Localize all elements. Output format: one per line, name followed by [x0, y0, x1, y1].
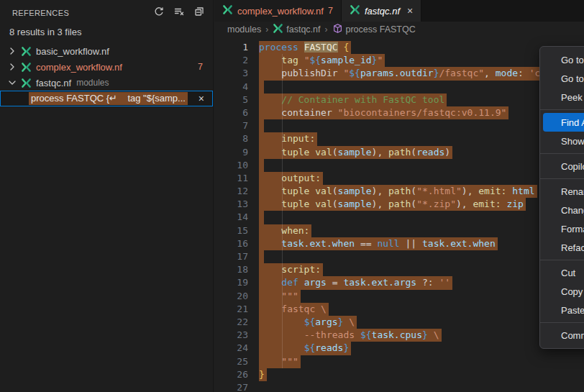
- code-line: 14: [214, 211, 584, 224]
- nextflow-icon: [19, 78, 33, 88]
- menu-item-find-all-references[interactable]: Find All References⇧⌥F12: [543, 113, 584, 132]
- code-token: ,: [484, 68, 496, 78]
- line-number: 16: [214, 237, 248, 250]
- code-token: [259, 225, 281, 236]
- code-token: sample_id: [321, 55, 371, 65]
- breadcrumb-label: process FASTQC: [346, 24, 416, 35]
- editor-tab-complex_workflow-nf[interactable]: complex_workflow.nf7: [214, 0, 342, 22]
- tree-item-complex_workflow-nf[interactable]: complex_workflow.nf7: [0, 59, 213, 75]
- code-line: 3 publishDir "${params.outdir}/fastqc", …: [214, 67, 584, 80]
- collapse-all-button[interactable]: [191, 5, 207, 21]
- menu-item-format-document[interactable]: Format Document⇧⌥F: [543, 219, 584, 238]
- line-content: script:: [248, 263, 323, 276]
- menu-item-go-to-definition[interactable]: Go to Definition⌘F12: [543, 50, 584, 69]
- code-token: params.outdir: [360, 68, 434, 78]
- references-sidebar: REFERENCES 8 results in 3 files basic_wo…: [0, 0, 214, 392]
- code-token: [259, 94, 281, 105]
- line-content: [248, 119, 264, 132]
- clear-all-button[interactable]: [171, 5, 187, 21]
- vscode-window: REFERENCES 8 results in 3 files basic_wo…: [0, 0, 584, 392]
- line-number: 20: [214, 290, 248, 303]
- chevron-down-icon[interactable]: [6, 77, 19, 88]
- line-content: tuple val(sample), path("*.html"), emit:…: [248, 185, 537, 198]
- tab-close-icon[interactable]: ×: [407, 5, 413, 17]
- code-token: [259, 186, 281, 196]
- line-content: input:: [248, 132, 317, 145]
- menu-separator: [540, 322, 584, 323]
- code-token: args: [304, 277, 327, 288]
- code-token: when:: [281, 225, 309, 236]
- file-label: complex_workflow.nf: [36, 62, 122, 73]
- reference-result-text: process FASTQC {↵ tag "${samp...: [29, 92, 188, 105]
- line-number: 9: [214, 146, 248, 159]
- line-number: 5: [214, 94, 248, 106]
- menu-item-copy[interactable]: Copy: [543, 282, 584, 301]
- menu-item-command-palette[interactable]: Command Palette...⇧⌘P: [543, 326, 584, 345]
- indent-guide: [282, 54, 283, 368]
- code-token: ==: [355, 238, 377, 249]
- chevron-right-icon[interactable]: [6, 45, 19, 57]
- menu-item-refactor[interactable]: Refactor...^⇧R: [543, 238, 584, 257]
- dismiss-reference-icon[interactable]: ×: [199, 93, 204, 104]
- menu-item-label: Copy: [561, 286, 584, 297]
- menu-item-rename-symbol[interactable]: Rename SymbolF2: [543, 182, 584, 201]
- code-token: task.ext.when: [422, 238, 496, 249]
- menu-item-paste[interactable]: Paste: [543, 301, 584, 319]
- reference-range-highlight: container "biocontainers/fastqc:v0.11.9": [259, 106, 508, 119]
- tab-label: fastqc.nf: [365, 6, 400, 17]
- menu-item-label: Show Call Hierarchy: [561, 136, 584, 147]
- editor-group: complex_workflow.nf7fastqc.nf× modules›f…: [214, 0, 584, 392]
- code-token: '': [439, 277, 450, 288]
- code-token: [259, 264, 281, 275]
- refresh-icon: [153, 6, 165, 20]
- editor-tab-fastqc-nf[interactable]: fastqc.nf×: [342, 0, 421, 22]
- breadcrumb: modules›fastqc.nf›process FASTQC: [214, 22, 584, 37]
- breadcrumb-item[interactable]: modules: [227, 24, 261, 35]
- reference-range-highlight: """: [259, 355, 301, 368]
- menu-item-cut[interactable]: Cut: [543, 263, 584, 282]
- chevron-right-icon[interactable]: [6, 61, 19, 73]
- line-number: 24: [214, 342, 248, 355]
- code-editor[interactable]: 1process FASTQC {2 tag "${sample_id}"3 p…: [214, 37, 584, 392]
- code-line: 26}: [214, 368, 584, 381]
- code-token: tuple: [281, 186, 309, 196]
- code-line: 16 task.ext.when == null || task.ext.whe…: [214, 237, 584, 250]
- code-token: }: [259, 369, 265, 380]
- breadcrumb-item[interactable]: fastqc.nf: [273, 23, 320, 36]
- menu-item-copilot[interactable]: Copilot›: [543, 157, 584, 176]
- tab-bar: complex_workflow.nf7fastqc.nf×: [214, 0, 584, 22]
- code-line: 9 tuple val(sample), path(reads): [214, 146, 584, 159]
- tree-item-basic_workflow-nf[interactable]: basic_workflow.nf: [0, 43, 213, 59]
- code-token: \: [343, 316, 355, 327]
- line-content: tag "${sample_id}": [248, 54, 385, 67]
- code-token: ${: [309, 55, 321, 65]
- collapse-all-icon: [193, 6, 205, 20]
- menu-item-change-all-occurrences[interactable]: Change All Occurrences⌘F2: [543, 201, 584, 219]
- refresh-button[interactable]: [151, 5, 167, 21]
- line-content: }: [248, 368, 267, 381]
- menu-item-label: Cut: [561, 268, 584, 278]
- menu-item-go-to-references[interactable]: Go to References⇧F12: [543, 69, 584, 88]
- breadcrumb-item[interactable]: process FASTQC: [332, 23, 416, 36]
- code-line: 5 // Container with FastQC tool: [214, 94, 584, 106]
- code-line: 2 tag "${sample_id}": [214, 54, 584, 67]
- line-content: [248, 250, 264, 263]
- code-token: [298, 55, 304, 65]
- code-token: (: [411, 147, 416, 158]
- line-number: 4: [214, 81, 248, 94]
- menu-item-peek[interactable]: Peek›: [543, 88, 584, 106]
- code-line: 12 tuple val(sample), path("*.html"), em…: [214, 185, 584, 198]
- code-line: 25 """: [214, 355, 584, 368]
- reference-result-row[interactable]: process FASTQC {↵ tag "${samp... ×: [0, 91, 213, 106]
- code-token: task.cpus: [372, 329, 422, 340]
- line-number: 11: [214, 172, 248, 185]
- sidebar-toolbar: [151, 5, 207, 21]
- code-token: \: [428, 329, 439, 340]
- line-content: [248, 159, 264, 172]
- menu-item-show-call-hierarchy[interactable]: Show Call Hierarchy⇧⌥H: [543, 132, 584, 150]
- code-token: ),: [462, 186, 478, 196]
- code-token: // Container with FastQC tool: [281, 94, 444, 105]
- tree-item-fastqc-nf[interactable]: fastqc.nfmodules: [0, 75, 213, 91]
- code-line: 20 """: [214, 290, 584, 303]
- code-token: tuple: [281, 199, 309, 209]
